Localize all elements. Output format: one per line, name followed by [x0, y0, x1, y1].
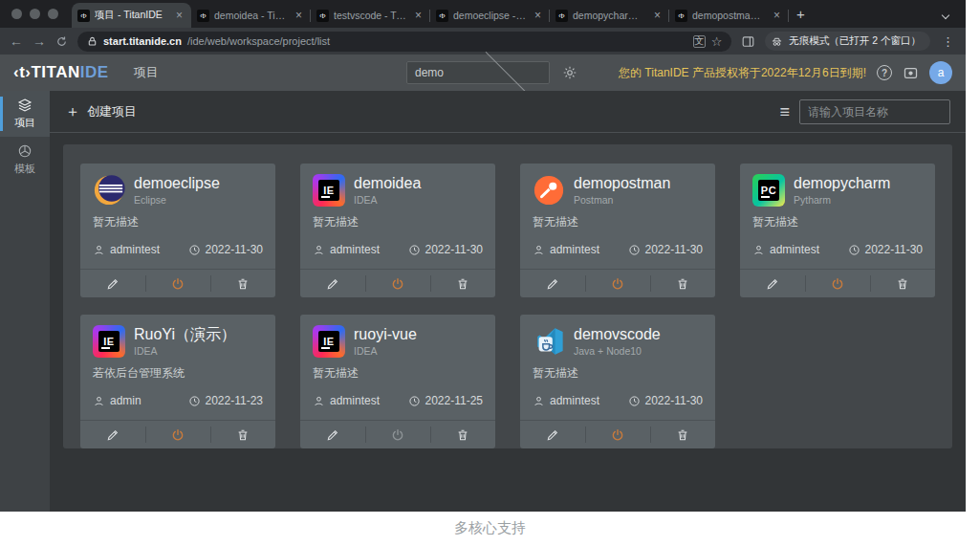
user-icon: [93, 395, 105, 407]
user-icon: [533, 395, 545, 407]
incognito-label: 无痕模式（已打开 2 个窗口）: [789, 34, 921, 48]
edit-project-button[interactable]: [80, 270, 145, 297]
project-owner: admintest: [550, 394, 599, 407]
tab-title: 项目 - TitanIDE: [95, 9, 168, 22]
close-tab-icon[interactable]: ×: [771, 9, 783, 22]
clock-icon: [628, 244, 641, 256]
project-name: demopycharm: [794, 175, 890, 192]
trash-icon: [236, 428, 250, 442]
tab-strip: ‹t› 项目 - TitanIDE × ‹t› demoidea - Titan…: [0, 0, 966, 28]
list-view-icon[interactable]: ≡: [779, 103, 790, 120]
project-date: 2022-11-25: [425, 394, 484, 407]
clock-icon: [408, 244, 421, 256]
pencil-icon: [766, 277, 779, 291]
close-tab-icon[interactable]: ×: [293, 9, 305, 22]
translate-icon[interactable]: 文: [693, 35, 706, 48]
power-icon: [831, 277, 844, 291]
trash-icon: [456, 428, 469, 442]
edit-project-button[interactable]: [300, 421, 365, 448]
trash-icon: [456, 277, 469, 291]
browser-tab[interactable]: ‹t› demopycharm - TitanIDE ×: [550, 3, 669, 28]
project-card[interactable]: demoeclipse Eclipse 暂无描述 admintest 2022-…: [80, 164, 275, 297]
project-card[interactable]: IE RuoYi（演示） IDEA 若依后台管理系统 admin 2022-11…: [80, 315, 275, 448]
browser-menu-icon[interactable]: ⋮: [940, 34, 956, 49]
edit-project-button[interactable]: [520, 421, 585, 448]
delete-project-button[interactable]: [210, 421, 275, 448]
close-tab-icon[interactable]: ×: [532, 9, 544, 22]
power-toggle-button[interactable]: [145, 270, 210, 297]
delete-project-button[interactable]: [430, 421, 495, 448]
delete-project-button[interactable]: [870, 270, 935, 297]
project-owner: admin: [110, 394, 142, 407]
close-tab-icon[interactable]: ×: [412, 9, 425, 22]
project-date: 2022-11-23: [206, 394, 264, 407]
back-icon[interactable]: ←: [10, 34, 23, 48]
edit-project-button[interactable]: [80, 421, 145, 448]
project-card[interactable]: IE ruoyi-vue IDEA 暂无描述 admintest 2022-11…: [300, 315, 495, 448]
new-tab-button[interactable]: +: [789, 6, 815, 28]
url-path: /ide/web/workspace/project/list: [187, 35, 330, 47]
project-owner: admintest: [330, 243, 380, 256]
template-wheel-icon: [17, 143, 33, 159]
reload-icon[interactable]: [55, 35, 68, 48]
workspace-select[interactable]: demo: [406, 61, 550, 84]
project-card[interactable]: demopostman Postman 暂无描述 admintest 2022-…: [520, 164, 715, 297]
power-toggle-button[interactable]: [365, 421, 430, 448]
help-icon[interactable]: ?: [877, 65, 892, 80]
browser-tab[interactable]: ‹t› demoidea - TitanIDE ×: [191, 3, 311, 28]
delete-project-button[interactable]: [650, 270, 715, 297]
titanide-favicon-icon: ‹t›: [197, 10, 209, 22]
project-type: IDEA: [354, 194, 421, 206]
power-toggle-button[interactable]: [805, 270, 870, 297]
sidebar: 项目 模板: [0, 91, 50, 512]
settings-gear-icon[interactable]: [562, 65, 577, 80]
edit-project-button[interactable]: [520, 270, 585, 297]
power-toggle-button[interactable]: [145, 421, 210, 448]
user-icon: [313, 395, 325, 407]
avatar[interactable]: a: [929, 61, 952, 84]
project-grid: demoeclipse Eclipse 暂无描述 admintest 2022-…: [80, 164, 935, 448]
sidebar-item-templates[interactable]: 模板: [0, 137, 50, 183]
project-owner: admintest: [110, 243, 160, 256]
browser-tab[interactable]: ‹t› 项目 - TitanIDE ×: [72, 3, 191, 28]
user-icon: [313, 244, 325, 256]
delete-project-button[interactable]: [210, 270, 275, 297]
browser-tab[interactable]: ‹t› demopostman - TitanIDE ×: [669, 3, 789, 28]
project-description: 暂无描述: [533, 214, 703, 230]
browser-tab[interactable]: ‹t› demoeclipse - TitanIDE ×: [430, 3, 550, 28]
plus-icon: ＋: [65, 104, 80, 120]
close-tab-icon[interactable]: ×: [173, 9, 185, 22]
screenshot-icon[interactable]: [903, 65, 919, 81]
header-nav-projects[interactable]: 项目: [134, 64, 159, 81]
browser-tab[interactable]: ‹t› testvscode - TitanIDE ×: [311, 3, 430, 28]
sidebar-item-projects[interactable]: 项目: [0, 91, 50, 137]
project-search-input[interactable]: [799, 99, 950, 124]
edit-project-button[interactable]: [300, 270, 365, 297]
project-card[interactable]: demovscode Java + Node10 暂无描述 admintest …: [520, 315, 715, 448]
delete-project-button[interactable]: [430, 270, 495, 297]
project-owner: admintest: [330, 394, 380, 407]
minimize-window-button[interactable]: [30, 9, 40, 19]
project-card[interactable]: IE demoidea IDEA 暂无描述 admintest 2022-11-…: [300, 164, 495, 297]
forward-icon[interactable]: →: [33, 34, 46, 48]
create-project-button[interactable]: ＋ 创建项目: [65, 103, 137, 120]
delete-project-button[interactable]: [650, 421, 715, 448]
pencil-icon: [106, 277, 120, 291]
close-window-button[interactable]: [11, 9, 22, 19]
power-toggle-button[interactable]: [585, 270, 650, 297]
power-toggle-button[interactable]: [585, 421, 650, 448]
zoom-window-button[interactable]: [48, 9, 58, 19]
bookmark-star-icon[interactable]: ☆: [711, 34, 723, 49]
pencil-icon: [326, 277, 339, 291]
power-toggle-button[interactable]: [365, 270, 430, 297]
side-panel-icon[interactable]: [741, 34, 755, 49]
project-card[interactable]: PC demopycharm Pytharm 暂无描述 admintest 20…: [740, 164, 935, 297]
workspace-select-value: demo: [415, 66, 478, 79]
incognito-badge[interactable]: 无痕模式（已打开 2 个窗口）: [765, 32, 930, 51]
tab-search-chevron-icon[interactable]: [942, 11, 949, 19]
project-name: demovscode: [574, 326, 661, 343]
url-field[interactable]: start.titanide.cn/ide/web/workspace/proj…: [77, 32, 731, 52]
edit-project-button[interactable]: [740, 270, 805, 297]
close-tab-icon[interactable]: ×: [651, 9, 664, 22]
project-name: demoidea: [354, 175, 421, 192]
